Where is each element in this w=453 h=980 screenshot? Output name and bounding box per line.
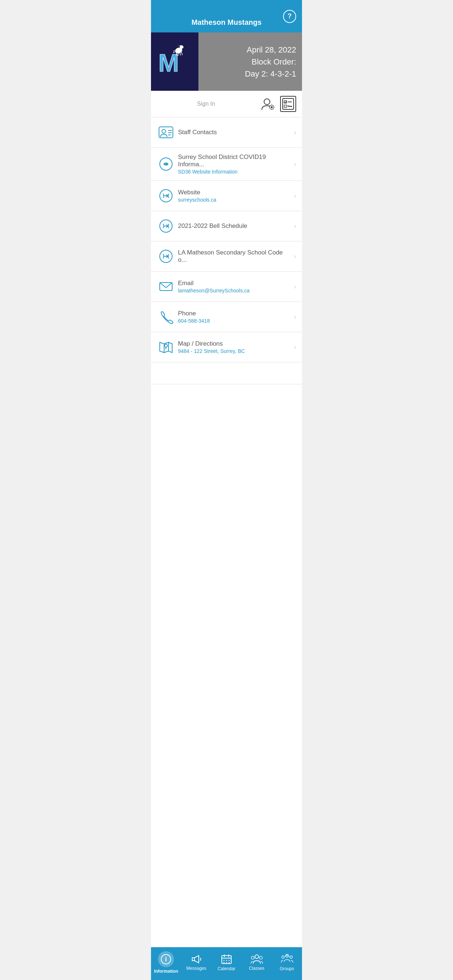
header-title: Matheson Mustangs: [191, 18, 262, 27]
phone-icon: [157, 308, 175, 326]
chevron-icon: ›: [294, 129, 296, 136]
svg-marker-40: [160, 342, 164, 353]
svg-line-5: [176, 52, 177, 56]
checklist-icon[interactable]: [280, 96, 296, 112]
list-item-map[interactable]: Map / Directions 9484 - 122 Street, Surr…: [151, 332, 302, 363]
svg-point-9: [264, 99, 270, 105]
svg-point-58: [255, 955, 258, 958]
website-title: Website: [178, 189, 291, 196]
nav-item-information[interactable]: i Information: [151, 947, 181, 976]
svg-point-62: [282, 956, 284, 958]
groups-nav-label: Groups: [280, 966, 294, 971]
svg-point-54: [228, 960, 230, 961]
help-button[interactable]: ?: [283, 10, 296, 23]
email-title: Email: [178, 280, 291, 287]
svg-point-53: [226, 960, 227, 961]
svg-line-19: [270, 109, 271, 110]
calendar-nav-label: Calendar: [218, 966, 236, 971]
nav-item-calendar[interactable]: Calendar: [212, 947, 242, 976]
staff-contacts-icon: [157, 123, 175, 142]
phone-title: Phone: [178, 310, 291, 317]
svg-rect-23: [284, 105, 287, 108]
list-item-website[interactable]: Website surreyschools.ca ›: [151, 181, 302, 211]
svg-line-18: [273, 105, 274, 106]
map-subtitle: 9484 - 122 Street, Surrey, BC: [178, 348, 291, 354]
classes-nav-label: Classes: [249, 966, 265, 971]
banner-block-label: Block Order:: [245, 56, 296, 68]
covid-link-icon: [157, 155, 175, 173]
groups-nav-icon: [281, 954, 293, 965]
chevron-icon: ›: [294, 161, 296, 168]
chevron-icon: ›: [294, 313, 296, 321]
nav-item-messages[interactable]: Messages: [181, 947, 212, 976]
svg-point-11: [271, 107, 273, 108]
svg-marker-42: [169, 342, 172, 353]
map-icon: [157, 338, 175, 356]
svg-point-43: [164, 344, 167, 347]
information-nav-icon: i: [158, 951, 174, 967]
banner-date-block: April 28, 2022 Block Order: Day 2: 4-3-2…: [198, 32, 302, 91]
email-subtitle: lamatheson@SurreySchools.ca: [178, 288, 291, 293]
svg-marker-47: [192, 956, 199, 963]
svg-point-27: [162, 129, 166, 133]
school-banner: M April 28, 2022: [151, 32, 302, 91]
information-nav-label: Information: [154, 969, 178, 974]
list-item-school-code[interactable]: LA Matheson Secondary School Code o... ›: [151, 241, 302, 272]
signin-label: Sign In: [157, 100, 255, 107]
chevron-icon: ›: [294, 192, 296, 200]
svg-text:i: i: [165, 956, 167, 963]
signin-bar[interactable]: Sign In: [151, 91, 302, 118]
svg-line-6: [178, 52, 179, 56]
svg-point-57: [228, 962, 230, 963]
school-logo: M: [151, 32, 198, 91]
app-header: Matheson Mustangs ?: [151, 0, 302, 32]
svg-line-7: [180, 52, 180, 56]
spacer: [151, 363, 302, 384]
messages-nav-label: Messages: [187, 966, 206, 971]
bell-schedule-title: 2021-2022 Bell Schedule: [178, 223, 291, 230]
school-code-title: LA Matheson Secondary School Code o...: [178, 249, 291, 264]
svg-point-63: [290, 956, 292, 958]
chevron-icon: ›: [294, 223, 296, 230]
list-item-covid[interactable]: Surrey School District COVID19 Informa..…: [151, 148, 302, 181]
banner-date: April 28, 2022: [245, 44, 296, 56]
classes-nav-icon: [250, 954, 263, 964]
svg-point-59: [251, 956, 254, 959]
account-icon[interactable]: [260, 96, 276, 112]
chevron-icon: ›: [294, 283, 296, 291]
list-item-bell-schedule[interactable]: 2021-2022 Bell Schedule ›: [151, 211, 302, 241]
list-item-staff-contacts[interactable]: Staff Contacts ›: [151, 118, 302, 148]
svg-line-16: [270, 105, 271, 106]
staff-contacts-title: Staff Contacts: [178, 129, 291, 136]
map-title: Map / Directions: [178, 340, 291, 347]
svg-point-60: [259, 956, 262, 959]
list-item-email[interactable]: Email lamatheson@SurreySchools.ca ›: [151, 272, 302, 302]
chevron-icon: ›: [294, 253, 296, 260]
school-code-icon: [157, 247, 175, 266]
calendar-nav-icon: [221, 954, 232, 965]
nav-item-classes[interactable]: Classes: [241, 947, 272, 976]
website-link-icon: [157, 187, 175, 205]
svg-point-56: [226, 962, 227, 963]
chevron-icon: ›: [294, 344, 296, 351]
nav-item-groups[interactable]: Groups: [272, 947, 302, 976]
list-item-phone[interactable]: Phone 604-588-3418 ›: [151, 302, 302, 332]
messages-nav-icon: [191, 954, 202, 964]
website-subtitle: surreyschools.ca: [178, 197, 291, 203]
svg-point-52: [223, 960, 224, 961]
banner-block-value: Day 2: 4-3-2-1: [245, 68, 296, 80]
bottom-navigation: i Information Messages: [151, 947, 302, 980]
email-icon: [157, 277, 175, 296]
covid-subtitle: SD36 Website Information: [178, 169, 291, 175]
svg-text:M: M: [158, 49, 179, 76]
svg-point-55: [223, 962, 224, 963]
covid-title: Surrey School District COVID19 Informa..…: [178, 153, 291, 168]
phone-subtitle: 604-588-3418: [178, 318, 291, 324]
bell-schedule-icon: [157, 217, 175, 235]
info-list: Staff Contacts › Surrey School District …: [151, 118, 302, 947]
svg-line-17: [273, 109, 274, 110]
